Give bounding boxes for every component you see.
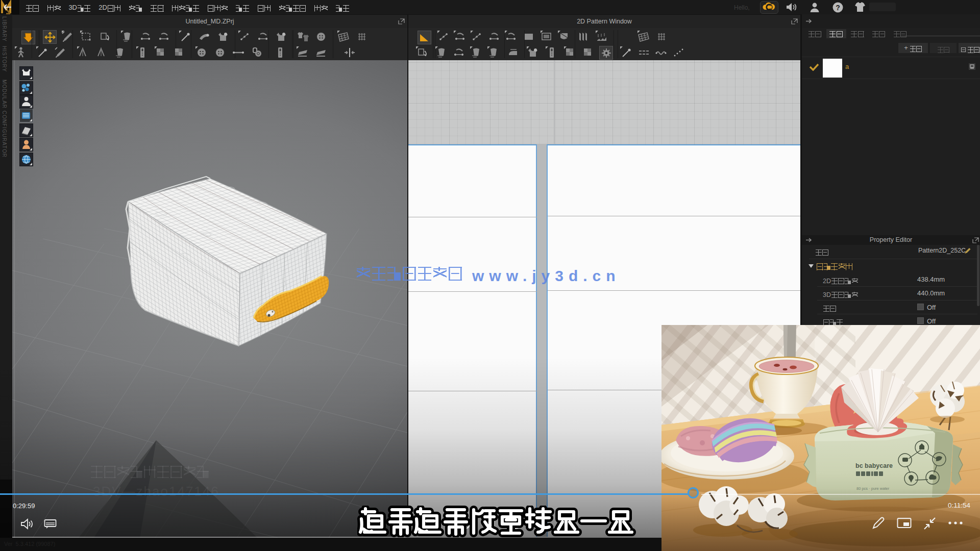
svg-text:bc babycare: bc babycare — [855, 462, 893, 469]
svg-text:?: ? — [836, 4, 840, 12]
